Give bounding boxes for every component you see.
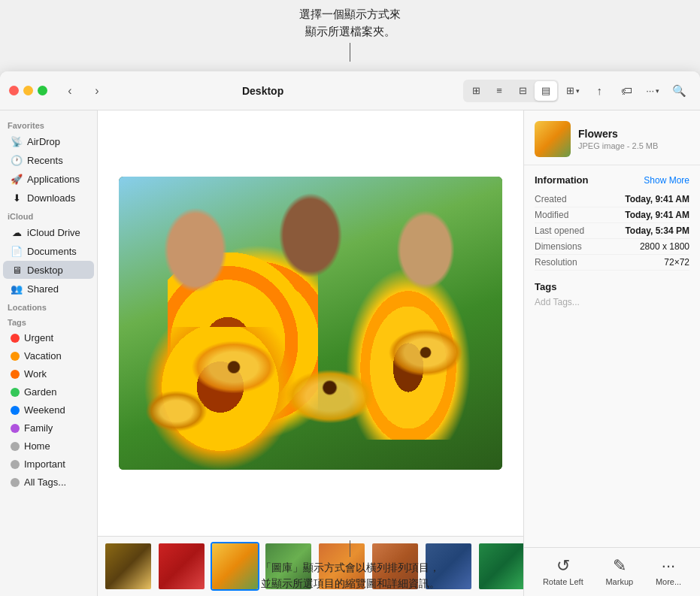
window-title: Desktop: [68, 85, 457, 97]
sidebar-item-garden[interactable]: Garden: [3, 383, 94, 401]
garden-dot: [11, 388, 20, 397]
shared-icon: 👥: [11, 283, 23, 295]
tooltip-top-line: [350, 43, 350, 62]
sidebar-item-label: AirDrop: [27, 136, 60, 147]
important-dot: [11, 460, 20, 469]
column-view-btn[interactable]: ⊟: [511, 81, 534, 101]
family-dot: [11, 424, 20, 433]
sidebar-item-label: Applications: [27, 174, 80, 185]
markup-button[interactable]: ✎ Markup: [605, 558, 633, 586]
thumbnail-4[interactable]: [264, 542, 313, 591]
more-actions-label: More...: [656, 577, 681, 586]
sidebar-item-important[interactable]: Important: [3, 455, 94, 473]
markup-icon: ✎: [613, 558, 626, 574]
sidebar-item-icloud-drive[interactable]: ☁ iCloud Drive: [3, 223, 94, 241]
sidebar-item-label: All Tags...: [24, 476, 66, 488]
group-button[interactable]: ⊞ ▾: [562, 79, 584, 103]
thumbnail-8[interactable]: [477, 542, 523, 591]
sidebar-item-recents[interactable]: 🕐 Recents: [3, 151, 94, 169]
sidebar: Favorites 📡 AirDrop 🕐 Recents 🚀 Applicat…: [0, 110, 98, 596]
thumbnail-1[interactable]: [104, 542, 153, 591]
recents-icon: 🕐: [11, 154, 23, 166]
downloads-icon: ⬇: [11, 192, 23, 204]
more-arrow-icon: ▾: [656, 87, 659, 95]
list-view-btn[interactable]: ≡: [488, 81, 511, 101]
sidebar-item-label: Urgent: [24, 332, 53, 343]
icloud-label: iCloud: [0, 207, 97, 222]
modified-value: Today, 9:41 AM: [625, 210, 689, 220]
gallery-view-btn[interactable]: ▤: [535, 81, 557, 101]
share-button[interactable]: ↑: [587, 79, 611, 103]
home-dot: [11, 442, 20, 451]
rotate-left-button[interactable]: ↺ Rotate Left: [543, 558, 583, 586]
dimensions-value: 2800 x 1800: [640, 241, 689, 252]
info-section-header: Information Show More: [535, 174, 689, 186]
desktop-icon: 🖥: [11, 264, 23, 276]
airdrop-icon: 📡: [11, 135, 23, 147]
tooltip-top-text: 選擇一個顯示方式來 顯示所選檔案夾。: [299, 6, 401, 40]
share-icon: ↑: [596, 84, 602, 97]
sidebar-item-urgent[interactable]: Urgent: [3, 329, 94, 346]
sidebar-item-desktop[interactable]: 🖥 Desktop: [3, 261, 94, 279]
sidebar-item-weekend[interactable]: Weekend: [3, 401, 94, 419]
dimensions-label: Dimensions: [535, 241, 582, 252]
sidebar-item-work[interactable]: Work: [3, 365, 94, 383]
resolution-label: Resolution: [535, 257, 577, 268]
info-panel: Flowers JPEG image - 2.5 MB Information …: [523, 110, 700, 596]
sidebar-item-label: Family: [24, 422, 53, 434]
sidebar-item-home[interactable]: Home: [3, 437, 94, 455]
sidebar-item-vacation[interactable]: Vacation: [3, 347, 94, 365]
sidebar-item-label: Documents: [27, 246, 77, 257]
titlebar: ‹ › Desktop ⊞ ≡ ⊟ ▤ ⊞ ▾ ↑ 🏷 ··· ▾: [0, 71, 700, 110]
rotate-left-label: Rotate Left: [543, 577, 583, 586]
thumbnail-3[interactable]: [211, 542, 259, 591]
sidebar-item-documents[interactable]: 📄 Documents: [3, 242, 94, 260]
file-thumbnail: [535, 121, 571, 157]
locations-label: Locations: [0, 298, 97, 313]
more-actions-button[interactable]: ··· More...: [656, 558, 681, 586]
weekend-dot: [11, 406, 20, 415]
sidebar-item-label: Downloads: [27, 192, 75, 204]
sidebar-item-label: Home: [24, 440, 50, 452]
close-button[interactable]: [9, 86, 19, 95]
info-row-dimensions: Dimensions 2800 x 1800: [535, 239, 689, 255]
info-bottom-toolbar: ↺ Rotate Left ✎ Markup ··· More...: [524, 547, 700, 596]
search-button[interactable]: 🔍: [667, 79, 691, 103]
maximize-button[interactable]: [38, 86, 47, 95]
tooltip-top: 選擇一個顯示方式來 顯示所選檔案夾。: [0, 0, 700, 71]
sidebar-item-all-tags[interactable]: All Tags...: [3, 473, 94, 491]
thumbnail-6[interactable]: [371, 542, 420, 591]
finder-window: ‹ › Desktop ⊞ ≡ ⊟ ▤ ⊞ ▾ ↑ 🏷 ··· ▾: [0, 71, 700, 596]
thumbnail-2[interactable]: [157, 542, 206, 591]
sidebar-item-family[interactable]: Family: [3, 419, 94, 437]
show-more-button[interactable]: Show More: [644, 175, 689, 186]
file-type: JPEG image - 2.5 MB: [578, 141, 689, 150]
sidebar-item-label: Desktop: [27, 265, 63, 276]
thumbnail-5[interactable]: [317, 542, 366, 591]
minimize-button[interactable]: [23, 86, 33, 95]
sidebar-item-airdrop[interactable]: 📡 AirDrop: [3, 132, 94, 150]
more-icon: ···: [646, 85, 654, 96]
applications-icon: 🚀: [11, 173, 23, 185]
info-body: Information Show More Created Today, 9:4…: [524, 165, 700, 547]
info-row-resolution: Resolution 72×72: [535, 255, 689, 271]
sidebar-item-applications[interactable]: 🚀 Applications: [3, 170, 94, 188]
add-tags[interactable]: Add Tags...: [535, 297, 689, 307]
toolbar-right: ⊞ ≡ ⊟ ▤ ⊞ ▾ ↑ 🏷 ··· ▾ 🔍: [463, 79, 691, 103]
sidebar-item-shared[interactable]: 👥 Shared: [3, 280, 94, 298]
main-image: [119, 177, 502, 470]
thumbnail-7[interactable]: [424, 542, 473, 591]
urgent-dot: [11, 334, 20, 343]
icon-view-btn[interactable]: ⊞: [465, 81, 487, 101]
file-header: Flowers JPEG image - 2.5 MB: [524, 110, 700, 165]
information-label: Information: [535, 174, 589, 186]
content-area: Favorites 📡 AirDrop 🕐 Recents 🚀 Applicat…: [0, 110, 700, 596]
info-row-created: Created Today, 9:41 AM: [535, 192, 689, 207]
tag-button[interactable]: 🏷: [614, 79, 638, 103]
sidebar-item-downloads[interactable]: ⬇ Downloads: [3, 189, 94, 207]
more-button[interactable]: ··· ▾: [641, 79, 664, 103]
modified-label: Modified: [535, 210, 568, 220]
sidebar-item-label: Vacation: [24, 350, 62, 362]
sidebar-item-label: Garden: [24, 386, 56, 398]
sidebar-item-label: Weekend: [24, 404, 65, 416]
